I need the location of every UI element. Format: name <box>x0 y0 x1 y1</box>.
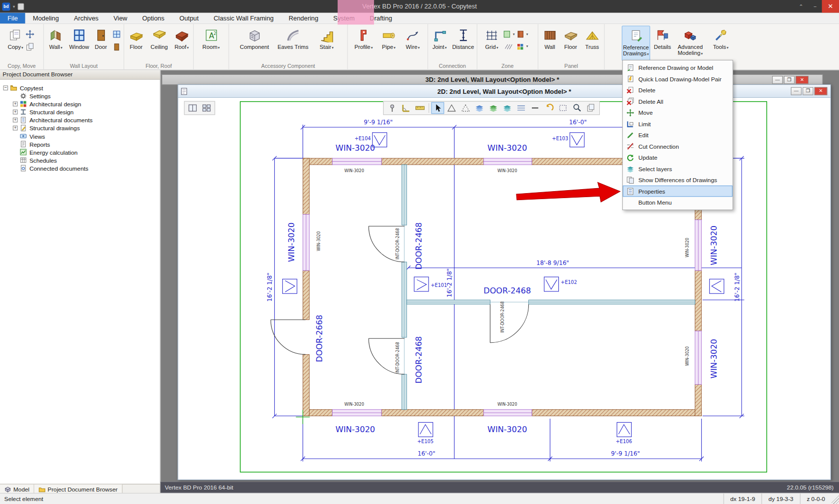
tree-item-reports[interactable]: Reports <box>3 140 160 148</box>
roof-button[interactable]: Roof▾ <box>171 25 192 61</box>
layers-green-icon[interactable] <box>487 102 500 114</box>
tree-item-schedules[interactable]: Schedules <box>3 156 160 164</box>
menu-item-edit[interactable]: Edit <box>623 129 733 141</box>
menu-file[interactable]: File <box>0 13 25 23</box>
back-close-button[interactable]: ✕ <box>796 76 809 84</box>
component-button[interactable]: Component <box>237 25 272 61</box>
zone-color-icon[interactable]: ▾ <box>516 41 528 52</box>
tile-views-icon[interactable] <box>200 102 213 114</box>
advanced-modeling-button[interactable]: AdvancedModeling▾ <box>675 25 706 61</box>
collapse-ribbon-button[interactable]: ⌃ <box>794 0 808 13</box>
tools-button[interactable]: Tools▾ <box>708 25 734 61</box>
menu-archives[interactable]: Archives <box>66 13 106 23</box>
grid-button[interactable]: Grid▾ <box>481 25 502 61</box>
expand-icon[interactable]: + <box>13 110 18 115</box>
close-button[interactable]: ✕ <box>822 0 839 13</box>
window-small-icon[interactable] <box>111 29 123 39</box>
single-view-icon[interactable] <box>186 102 199 114</box>
details-button[interactable]: Details <box>652 25 673 61</box>
zoom-icon[interactable] <box>570 102 583 114</box>
distance-button[interactable]: Distance <box>450 25 475 61</box>
tree-item-views[interactable]: Views <box>3 132 160 140</box>
panel-truss-button[interactable]: Truss <box>581 25 603 61</box>
panel-floor-button[interactable]: Floor <box>560 25 581 61</box>
menu-item-delete[interactable]: Delete <box>623 84 733 96</box>
wall-icon <box>48 27 63 43</box>
wire-button[interactable]: Wire▾ <box>401 25 424 61</box>
door-small-icon[interactable] <box>111 42 123 52</box>
tree-item-architectural-design[interactable]: + Architectural design <box>3 100 160 108</box>
tree-item-structural-drawings[interactable]: + Structural drawings <box>3 124 160 132</box>
menu-item-button-menu[interactable]: Button Menu <box>623 197 733 208</box>
tree-root-copytest[interactable]: − Copytest <box>3 84 160 92</box>
reference-drawings-button[interactable]: ReferenceDrawings▾ <box>622 25 650 61</box>
menu-modeling[interactable]: Modeling <box>25 13 66 23</box>
ceiling-button[interactable]: Ceiling <box>147 25 171 61</box>
zone-hatch-icon[interactable] <box>503 41 515 52</box>
move-icon[interactable] <box>24 29 36 39</box>
pages-icon[interactable] <box>584 102 597 114</box>
collapse-icon[interactable]: − <box>3 85 8 90</box>
front-minimize-button[interactable]: — <box>791 87 802 95</box>
tree-item-settings[interactable]: Settings <box>3 92 160 100</box>
linestyle-icon[interactable] <box>515 102 528 114</box>
resize-grip[interactable] <box>832 494 839 504</box>
expand-icon[interactable]: + <box>13 102 18 107</box>
panel-wall-button[interactable]: Wall <box>540 25 560 61</box>
profile-button[interactable]: Profile▾ <box>351 25 376 61</box>
floor-button[interactable]: Floor <box>125 25 147 61</box>
tree-item-structural-design[interactable]: + Structural design <box>3 108 160 116</box>
menu-view[interactable]: View <box>106 13 135 23</box>
menu-item-cut-connection[interactable]: Cut Connection <box>623 141 733 152</box>
back-restore-button[interactable]: ❐ <box>784 76 795 84</box>
front-restore-button[interactable]: ❐ <box>803 87 813 95</box>
triangle-dashed-icon[interactable] <box>459 102 472 114</box>
layers-blue-icon[interactable] <box>473 102 486 114</box>
menu-item-select-layers[interactable]: Select layers <box>623 163 733 175</box>
wall-button[interactable]: Wall▾ <box>45 25 67 61</box>
angle-measure-icon[interactable] <box>400 102 413 114</box>
pipe-button[interactable]: Pipe▾ <box>377 25 401 61</box>
minimize-button[interactable]: − <box>808 0 822 13</box>
dash-icon[interactable] <box>529 102 542 114</box>
layers-teal-icon[interactable] <box>501 102 514 114</box>
copy-button[interactable]: Copy▾ <box>8 25 23 61</box>
mdi-canvas[interactable]: 3D: 2nd Level, Wall Layout<Option Model>… <box>160 70 839 482</box>
undo-icon[interactable] <box>542 102 555 114</box>
menu-item-update[interactable]: Update <box>623 152 733 163</box>
tree-item-connected-documents[interactable]: Connected documents <box>3 164 160 172</box>
expand-icon[interactable]: + <box>13 118 18 123</box>
menu-rendering[interactable]: Rendering <box>281 13 326 23</box>
pin-icon[interactable] <box>386 102 399 114</box>
expand-icon[interactable]: + <box>13 126 18 131</box>
joint-button[interactable]: Joint▾ <box>429 25 450 61</box>
copy-small-icon[interactable] <box>24 42 36 52</box>
menu-item-show-differences-of-drawings[interactable]: Show Differences of Drawings <box>623 174 733 186</box>
triangle-tool-icon[interactable] <box>445 102 458 114</box>
quick-access-caret-icon[interactable]: ▾ <box>13 4 15 9</box>
tree-item-energy-calculation[interactable]: Energy calculation <box>3 148 160 156</box>
menu-item-limit[interactable]: Limit <box>623 118 733 130</box>
menu-item-quick-load-drawing-model-pair[interactable]: Quick Load Drawing-Model Pair <box>623 73 733 85</box>
menu-item-properties[interactable]: Properties <box>623 186 733 197</box>
eaves-trims-button[interactable]: Eaves Trims <box>273 25 313 61</box>
menu-classic-wall-framing[interactable]: Classic Wall Framing <box>206 13 281 23</box>
stair-button[interactable]: Stair▾ <box>314 25 339 61</box>
marquee-select-icon[interactable] <box>556 102 569 114</box>
ruler-icon[interactable] <box>414 102 426 114</box>
zone-book-icon[interactable]: ▾ <box>516 29 528 39</box>
select-cursor-icon[interactable] <box>431 102 444 114</box>
zone-sheet-icon[interactable]: ▾ <box>503 29 515 39</box>
menu-item-move[interactable]: Move <box>623 107 733 118</box>
menu-item-reference-drawing-or-model[interactable]: Reference Drawing or Model <box>623 62 733 73</box>
menu-item-delete-all[interactable]: Delete All <box>623 96 733 107</box>
back-minimize-button[interactable]: — <box>772 76 783 84</box>
menu-output[interactable]: Output <box>172 13 206 23</box>
menu-options[interactable]: Options <box>135 13 172 23</box>
room-button[interactable]: A2 Room▾ <box>198 25 225 61</box>
tree-item-architectural-documents[interactable]: + Architectural documents <box>3 116 160 124</box>
window-button[interactable]: Window <box>67 25 91 61</box>
front-close-button[interactable]: ✕ <box>815 87 828 95</box>
paste-icon[interactable] <box>17 3 24 10</box>
door-button[interactable]: Door <box>91 25 110 61</box>
